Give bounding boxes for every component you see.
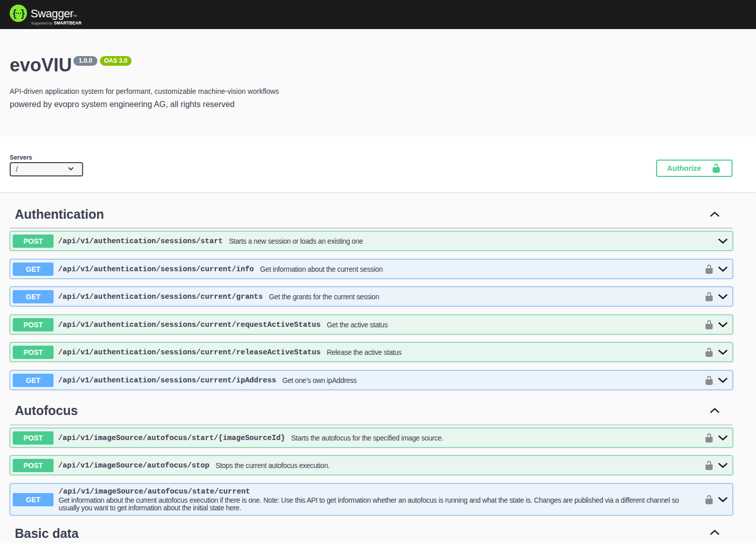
svg-text:}: } (21, 8, 25, 19)
